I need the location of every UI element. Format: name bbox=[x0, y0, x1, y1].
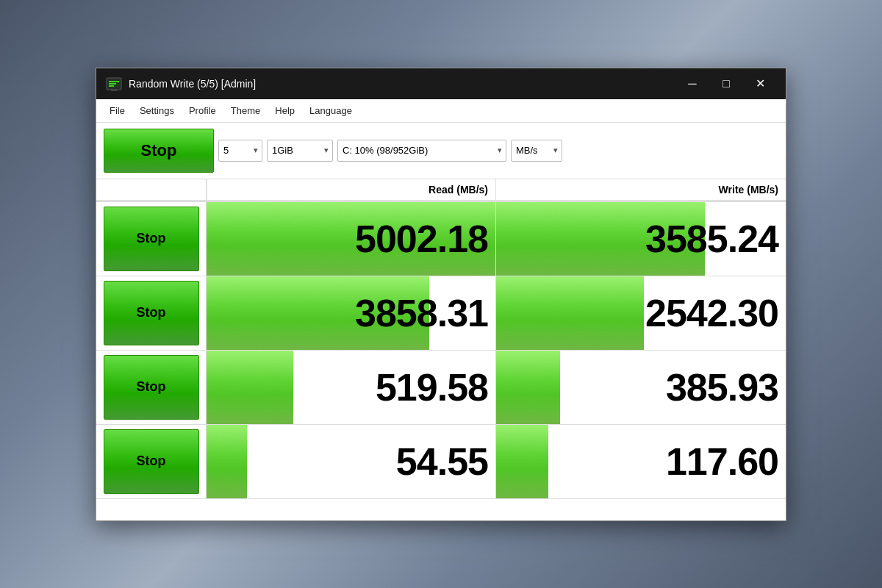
table-row: Stop 5002.18 3585.24 bbox=[96, 201, 786, 276]
window-title: Random Write (5/5) [Admin] bbox=[129, 78, 675, 90]
stop-cell-3: Stop bbox=[96, 425, 207, 498]
write-value-1: 2542.30 bbox=[645, 294, 778, 332]
write-cell-0: 3585.24 bbox=[496, 202, 786, 276]
write-bar-2 bbox=[496, 351, 560, 424]
content-area: Read (MB/s) Write (MB/s) Stop 5002.18 35… bbox=[96, 179, 786, 498]
write-bar-container-3: 117.60 bbox=[496, 425, 786, 498]
drive-select-wrapper: C: 10% (98/952GiB) bbox=[337, 140, 506, 162]
count-select-wrapper: 1234 56789 bbox=[218, 140, 262, 162]
read-value-1: 3858.31 bbox=[355, 294, 488, 332]
read-bar-2 bbox=[207, 351, 293, 424]
close-button[interactable]: ✕ bbox=[743, 68, 777, 99]
menu-help[interactable]: Help bbox=[268, 102, 302, 119]
toolbar: Stop 1234 56789 1MiB512MiB1GiB 2GiB4GiB8… bbox=[96, 123, 786, 179]
header-write: Write (MB/s) bbox=[496, 179, 786, 201]
write-bar-container-0: 3585.24 bbox=[496, 202, 786, 276]
write-bar-container-1: 2542.30 bbox=[496, 276, 786, 350]
menu-file[interactable]: File bbox=[102, 102, 132, 119]
menu-bar: File Settings Profile Theme Help Languag… bbox=[96, 99, 786, 123]
title-bar: Random Write (5/5) [Admin] ─ □ ✕ bbox=[96, 68, 786, 99]
write-bar-1 bbox=[496, 276, 644, 350]
status-bar bbox=[96, 498, 786, 520]
main-stop-button[interactable]: Stop bbox=[104, 129, 214, 173]
menu-language[interactable]: Language bbox=[302, 102, 359, 119]
read-value-0: 5002.18 bbox=[355, 220, 488, 258]
read-bar-container-1: 3858.31 bbox=[207, 276, 495, 350]
table-row: Stop 54.55 117.60 bbox=[96, 424, 786, 498]
stop-button-1[interactable]: Stop bbox=[104, 281, 199, 345]
read-bar-container-2: 519.58 bbox=[207, 351, 495, 424]
stop-cell-1: Stop bbox=[96, 276, 207, 350]
read-cell-3: 54.55 bbox=[207, 425, 496, 498]
read-value-2: 519.58 bbox=[376, 368, 488, 406]
unit-select-wrapper: MB/sGB/sIOPS bbox=[511, 140, 562, 162]
window-controls: ─ □ ✕ bbox=[675, 68, 777, 99]
write-cell-3: 117.60 bbox=[496, 425, 786, 498]
read-bar-3 bbox=[207, 425, 247, 498]
maximize-button[interactable]: □ bbox=[709, 68, 743, 99]
stop-cell-2: Stop bbox=[96, 351, 207, 424]
count-select[interactable]: 1234 56789 bbox=[218, 140, 262, 162]
header-col1 bbox=[96, 179, 207, 201]
read-cell-1: 3858.31 bbox=[207, 276, 496, 350]
table-header: Read (MB/s) Write (MB/s) bbox=[96, 179, 786, 201]
read-bar-container-3: 54.55 bbox=[207, 425, 495, 498]
menu-profile[interactable]: Profile bbox=[182, 102, 223, 119]
minimize-button[interactable]: ─ bbox=[675, 68, 709, 99]
svg-rect-3 bbox=[109, 83, 116, 85]
stop-button-3[interactable]: Stop bbox=[104, 429, 199, 494]
svg-rect-2 bbox=[109, 81, 119, 82]
table-row: Stop 3858.31 2542.30 bbox=[96, 276, 786, 350]
read-bar-container-0: 5002.18 bbox=[207, 202, 495, 276]
unit-select[interactable]: MB/sGB/sIOPS bbox=[511, 140, 562, 162]
stop-button-2[interactable]: Stop bbox=[104, 355, 199, 420]
size-select[interactable]: 1MiB512MiB1GiB 2GiB4GiB8GiB bbox=[267, 140, 333, 162]
main-window: Random Write (5/5) [Admin] ─ □ ✕ File Se… bbox=[96, 68, 786, 521]
header-read: Read (MB/s) bbox=[207, 179, 496, 201]
write-value-0: 3585.24 bbox=[645, 220, 778, 258]
stop-button-0[interactable]: Stop bbox=[104, 207, 199, 271]
write-value-2: 385.93 bbox=[666, 368, 778, 406]
write-bar-3 bbox=[496, 425, 548, 498]
read-cell-0: 5002.18 bbox=[207, 202, 496, 276]
table-body: Stop 5002.18 3585.24 Stop 3858.31 bbox=[96, 201, 786, 498]
svg-rect-5 bbox=[111, 90, 117, 91]
menu-theme[interactable]: Theme bbox=[223, 102, 268, 119]
read-cell-2: 519.58 bbox=[207, 351, 496, 424]
write-cell-2: 385.93 bbox=[496, 351, 786, 424]
write-cell-1: 2542.30 bbox=[496, 276, 786, 350]
app-icon bbox=[105, 75, 123, 93]
stop-cell-0: Stop bbox=[96, 202, 207, 276]
drive-select[interactable]: C: 10% (98/952GiB) bbox=[337, 140, 506, 162]
read-value-3: 54.55 bbox=[396, 442, 488, 481]
table-row: Stop 519.58 385.93 bbox=[96, 350, 786, 424]
svg-rect-4 bbox=[109, 85, 114, 87]
size-select-wrapper: 1MiB512MiB1GiB 2GiB4GiB8GiB bbox=[267, 140, 333, 162]
write-value-3: 117.60 bbox=[666, 442, 778, 481]
write-bar-container-2: 385.93 bbox=[496, 351, 786, 424]
menu-settings[interactable]: Settings bbox=[132, 102, 182, 119]
